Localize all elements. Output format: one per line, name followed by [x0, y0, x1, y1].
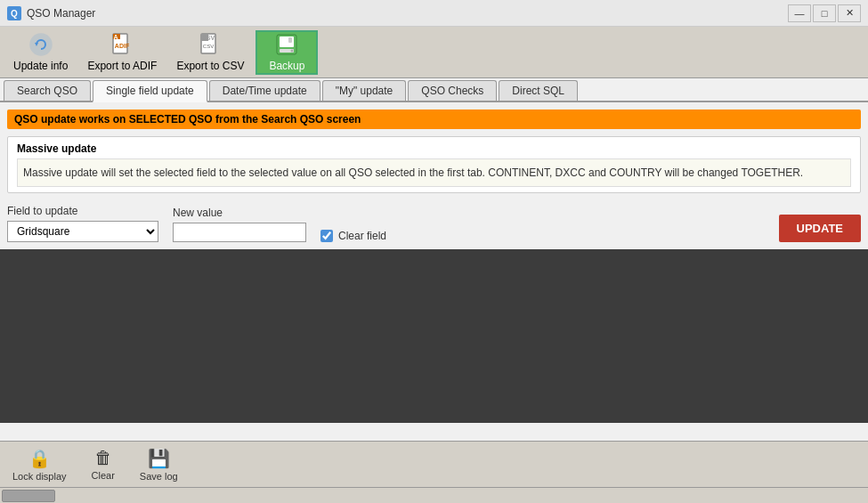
svg-rect-15: [288, 37, 292, 43]
export-adif-label: Export to ADIF: [87, 60, 157, 72]
clear-field-label: Clear field: [338, 230, 386, 242]
clear-field-group: Clear field: [320, 230, 386, 242]
window-controls: — □ ✕: [788, 4, 861, 22]
svg-text:CSV: CSV: [203, 44, 214, 49]
svg-text:ADIF: ADIF: [115, 43, 130, 49]
export-csv-icon: CSV CSV: [198, 32, 223, 57]
svg-text:Q: Q: [11, 9, 18, 19]
update-info-icon: [28, 32, 53, 57]
window-title: QSO Manager: [27, 7, 788, 20]
save-log-label: Save log: [140, 471, 178, 482]
lock-display-label: Lock display: [12, 471, 67, 482]
backup-button[interactable]: Backup: [256, 30, 318, 75]
status-bar: 🔒 Lock display 🗑 Clear 💾 Save log: [0, 441, 868, 487]
info-section: Massive update Massive update will set t…: [7, 136, 861, 193]
content-area: QSO update works on SELECTED QSO from th…: [0, 102, 868, 423]
lock-display-button[interactable]: 🔒 Lock display: [7, 444, 72, 485]
tab-qso-checks[interactable]: QSO Checks: [408, 80, 497, 101]
update-info-button[interactable]: Update info: [5, 30, 76, 75]
app-icon: Q: [7, 6, 21, 20]
info-description: Massive update will set the selected fie…: [17, 158, 851, 187]
section-title: Massive update: [17, 142, 851, 155]
export-adif-icon: ADIF A: [110, 32, 134, 57]
update-button[interactable]: UPDATE: [779, 215, 861, 242]
bottom-scrollbar: [0, 487, 868, 503]
lock-icon: 🔒: [28, 448, 51, 469]
value-label: New value: [173, 207, 306, 219]
log-area: [0, 249, 868, 423]
maximize-button[interactable]: □: [813, 4, 836, 22]
tab-direct-sql[interactable]: Direct SQL: [499, 80, 578, 101]
save-log-icon: 💾: [148, 448, 170, 469]
minimize-button[interactable]: —: [788, 4, 811, 22]
clear-field-checkbox[interactable]: [320, 230, 333, 242]
export-csv-button[interactable]: CSV CSV Export to CSV: [168, 30, 252, 75]
backup-label: Backup: [269, 60, 304, 72]
alert-banner: QSO update works on SELECTED QSO from th…: [7, 110, 861, 129]
svg-point-2: [30, 34, 52, 55]
tabs-bar: Search QSO Single field update Date/Time…: [0, 78, 868, 102]
export-adif-button[interactable]: ADIF A Export to ADIF: [79, 30, 165, 75]
svg-text:A: A: [114, 34, 118, 40]
export-csv-label: Export to CSV: [176, 60, 244, 72]
clear-button[interactable]: 🗑 Clear: [86, 444, 120, 484]
clear-label: Clear: [92, 470, 115, 481]
tab-search-qso[interactable]: Search QSO: [4, 80, 91, 101]
scrollbar-thumb[interactable]: [2, 490, 55, 502]
form-controls: Field to update Gridsquare Band Mode TX …: [7, 200, 861, 242]
title-bar: Q QSO Manager — □ ✕: [0, 0, 868, 27]
new-value-input[interactable]: [173, 223, 306, 242]
field-label: Field to update: [7, 205, 158, 217]
tab-datetime-update[interactable]: Date/Time update: [209, 80, 320, 101]
field-select[interactable]: Gridsquare Band Mode TX Power Continent …: [7, 221, 158, 242]
trash-icon: 🗑: [94, 448, 112, 468]
tab-my-update[interactable]: "My" update: [322, 80, 407, 101]
tab-single-field-update[interactable]: Single field update: [93, 80, 207, 102]
svg-point-17: [291, 50, 294, 53]
toolbar: Update info ADIF A Export to ADIF CSV CS…: [0, 27, 868, 78]
svg-text:CSV: CSV: [202, 35, 215, 41]
save-log-button[interactable]: 💾 Save log: [134, 444, 183, 485]
value-group: New value: [173, 207, 306, 242]
backup-icon: [274, 32, 299, 57]
update-info-label: Update info: [13, 60, 68, 72]
close-button[interactable]: ✕: [838, 4, 861, 22]
field-group: Field to update Gridsquare Band Mode TX …: [7, 205, 158, 242]
